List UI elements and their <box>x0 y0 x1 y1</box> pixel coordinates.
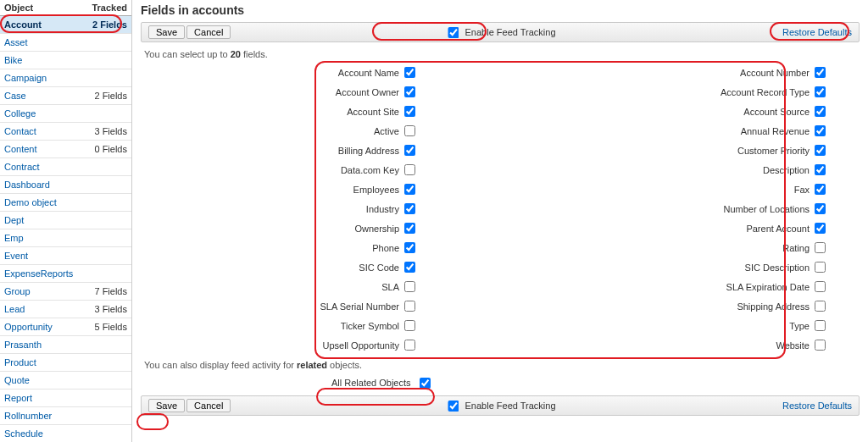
object-row[interactable]: Product <box>0 354 131 372</box>
field-checkbox[interactable] <box>815 320 826 331</box>
field-checkbox[interactable] <box>404 340 415 351</box>
save-button-bottom[interactable]: Save <box>148 399 185 412</box>
object-row[interactable]: Demo object <box>0 194 131 212</box>
enable-feed-tracking-checkbox[interactable] <box>448 27 459 38</box>
enable-feed-tracking-checkbox-bottom[interactable] <box>448 401 459 412</box>
field-checkbox[interactable] <box>404 242 415 253</box>
object-name[interactable]: Bike <box>0 52 84 69</box>
field-checkbox[interactable] <box>404 223 415 234</box>
object-name[interactable]: Report <box>0 390 84 407</box>
object-name[interactable]: Campaign <box>0 69 84 87</box>
restore-defaults-link-bottom[interactable]: Restore Defaults <box>782 401 852 411</box>
field-row: Shipping Address <box>585 296 826 316</box>
object-row[interactable]: Prasanth <box>0 336 131 354</box>
field-checkbox[interactable] <box>815 86 826 97</box>
save-button[interactable]: Save <box>148 25 185 39</box>
field-row: Active <box>175 121 415 141</box>
field-checkbox[interactable] <box>815 164 826 175</box>
field-row: Ticker Symbol <box>175 316 415 335</box>
field-checkbox[interactable] <box>404 67 415 78</box>
field-checkbox[interactable] <box>404 320 415 331</box>
object-row[interactable]: Contract <box>0 158 131 176</box>
object-name[interactable]: Prasanth <box>0 336 84 354</box>
field-label: Account Name <box>338 68 404 78</box>
object-tracked <box>84 372 131 390</box>
field-checkbox[interactable] <box>404 281 415 292</box>
field-checkbox[interactable] <box>404 184 415 195</box>
object-row[interactable]: Schedule <box>0 425 131 443</box>
object-row[interactable]: Content0 Fields <box>0 141 131 158</box>
object-name[interactable]: Demo object <box>0 194 84 212</box>
object-name[interactable]: Account <box>0 16 84 34</box>
object-name[interactable]: ExpenseReports <box>0 265 84 283</box>
field-checkbox[interactable] <box>404 301 415 312</box>
object-name[interactable]: Schedule <box>0 425 84 443</box>
object-name[interactable]: Group <box>0 283 84 301</box>
field-checkbox[interactable] <box>815 106 826 117</box>
object-name[interactable]: Lead <box>0 301 84 318</box>
object-name[interactable]: Contract <box>0 158 84 176</box>
cancel-button[interactable]: Cancel <box>186 25 231 39</box>
object-row[interactable]: Campaign <box>0 69 131 87</box>
cancel-button-bottom[interactable]: Cancel <box>186 399 231 412</box>
field-row: Account Number <box>585 63 826 82</box>
field-checkbox[interactable] <box>815 340 826 351</box>
object-row[interactable]: Asset <box>0 34 131 52</box>
field-checkbox[interactable] <box>404 145 415 156</box>
object-name[interactable]: Product <box>0 354 84 372</box>
object-name[interactable]: Contact <box>0 123 84 141</box>
field-checkbox[interactable] <box>404 106 415 117</box>
object-name[interactable]: Dept <box>0 212 84 229</box>
field-checkbox[interactable] <box>404 164 415 175</box>
object-name[interactable]: Emp <box>0 229 84 247</box>
object-name[interactable]: Event <box>0 247 84 265</box>
object-row[interactable]: Dept <box>0 212 131 229</box>
field-checkbox[interactable] <box>815 145 826 156</box>
object-name[interactable]: Opportunity <box>0 318 84 336</box>
field-checkbox[interactable] <box>815 301 826 312</box>
field-checkbox[interactable] <box>815 203 826 214</box>
field-checkbox[interactable] <box>815 242 826 253</box>
field-checkbox[interactable] <box>815 184 826 195</box>
field-label: Customer Priority <box>737 146 815 156</box>
object-row[interactable]: Account2 Fields <box>0 16 131 34</box>
object-list-sidebar[interactable]: Object Tracked Account2 FieldsAssetBikeC… <box>0 0 132 442</box>
object-name[interactable]: Dashboard <box>0 176 84 194</box>
object-tracked <box>84 390 131 407</box>
object-row[interactable]: Report <box>0 390 131 407</box>
object-row[interactable]: Rollnumber <box>0 407 131 425</box>
object-name[interactable]: Quote <box>0 372 84 390</box>
restore-defaults-link[interactable]: Restore Defaults <box>782 27 852 37</box>
object-row[interactable]: Opportunity5 Fields <box>0 318 131 336</box>
object-name[interactable]: Rollnumber <box>0 407 84 425</box>
object-name[interactable]: Case <box>0 87 84 105</box>
object-row[interactable]: College <box>0 105 131 123</box>
object-row[interactable]: ExpenseReports <box>0 265 131 283</box>
object-tracked <box>84 176 131 194</box>
object-row[interactable]: Event <box>0 247 131 265</box>
field-row: Billing Address <box>175 141 415 160</box>
all-related-checkbox[interactable] <box>420 378 431 389</box>
object-row[interactable]: Dashboard <box>0 176 131 194</box>
field-checkbox[interactable] <box>404 86 415 97</box>
object-row[interactable]: Emp <box>0 229 131 247</box>
object-row[interactable]: Group7 Fields <box>0 283 131 301</box>
object-name[interactable]: Content <box>0 141 84 158</box>
field-checkbox[interactable] <box>404 125 415 136</box>
field-checkbox[interactable] <box>815 281 826 292</box>
field-checkbox[interactable] <box>404 262 415 273</box>
object-row[interactable]: Quote <box>0 372 131 390</box>
object-name[interactable]: College <box>0 105 84 123</box>
field-checkbox[interactable] <box>815 262 826 273</box>
object-name[interactable]: Asset <box>0 34 84 52</box>
field-row: Rating <box>585 238 826 257</box>
field-checkbox[interactable] <box>815 125 826 136</box>
field-row: Data.com Key <box>175 160 415 180</box>
field-checkbox[interactable] <box>815 67 826 78</box>
object-row[interactable]: Bike <box>0 52 131 69</box>
object-row[interactable]: Lead3 Fields <box>0 301 131 318</box>
object-row[interactable]: Contact3 Fields <box>0 123 131 141</box>
field-checkbox[interactable] <box>815 223 826 234</box>
field-checkbox[interactable] <box>404 203 415 214</box>
object-row[interactable]: Case2 Fields <box>0 87 131 105</box>
